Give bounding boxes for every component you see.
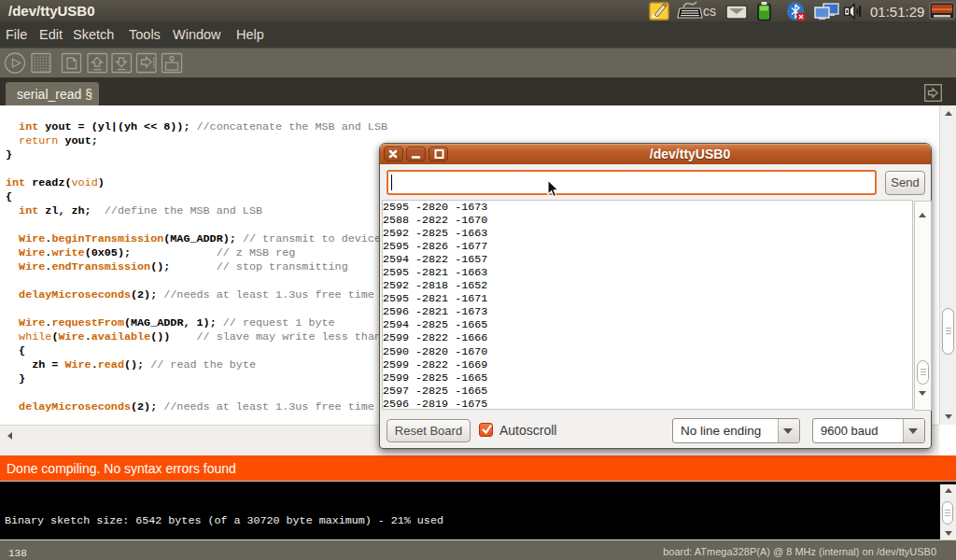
svg-text:cs: cs [703, 4, 716, 19]
svg-text:01:51:29: 01:51:29 [870, 4, 924, 20]
